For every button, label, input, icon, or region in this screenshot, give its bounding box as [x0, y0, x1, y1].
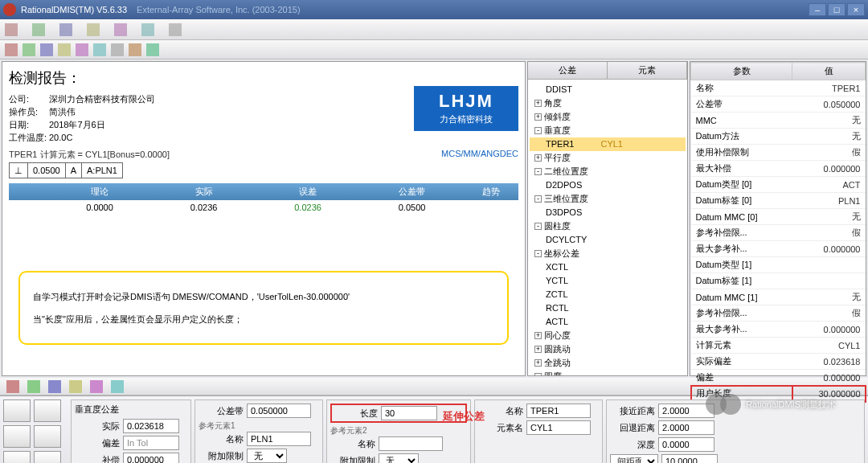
mode-value-input[interactable] [661, 454, 718, 463]
tool-icon[interactable] [111, 43, 124, 56]
comp-input[interactable] [123, 453, 179, 463]
ref1-limit-select[interactable]: 无 [247, 449, 287, 463]
svg-rect-7 [5, 43, 18, 56]
minimize-button[interactable]: – [809, 3, 826, 16]
svg-rect-16 [6, 380, 19, 393]
depth-input[interactable] [658, 437, 714, 452]
svg-rect-1 [32, 23, 45, 36]
svg-rect-10 [58, 43, 71, 56]
menu-icon[interactable] [59, 23, 72, 36]
band-input[interactable] [247, 404, 311, 418]
tool-button[interactable] [34, 399, 61, 422]
tool-button[interactable] [3, 399, 31, 422]
svg-rect-6 [169, 23, 182, 36]
menubar [0, 19, 868, 40]
svg-rect-4 [114, 23, 127, 36]
company-logo: LHJM 力合精密科技 [414, 86, 518, 131]
tolname-input[interactable] [526, 404, 591, 418]
ref1-name-input[interactable] [247, 432, 311, 446]
tol-icon[interactable] [90, 380, 103, 393]
menu-icon[interactable] [5, 23, 18, 36]
tol-icon[interactable] [6, 380, 19, 393]
ref2-limit-select[interactable]: 无 [379, 453, 419, 463]
svg-rect-9 [40, 43, 53, 56]
svg-rect-21 [111, 380, 124, 393]
vendor-text: External-Array Software, Inc. (2003-2015… [137, 5, 301, 14]
tol-icon[interactable] [48, 380, 61, 393]
tree-panel: 公差 元素 DDIST+角度+倾斜度-垂直度TPER1CYL1+平行度-二维位置… [527, 61, 688, 376]
length-input[interactable] [381, 406, 437, 420]
tool-icon[interactable] [58, 43, 71, 56]
svg-rect-3 [87, 23, 100, 36]
approach-input[interactable] [658, 404, 714, 418]
svg-rect-19 [69, 380, 82, 393]
toolbar [0, 40, 868, 59]
element-column: 名称 元素名 [474, 399, 603, 463]
tab-tolerance[interactable]: 公差 [528, 62, 608, 79]
svg-rect-5 [141, 23, 154, 36]
length-column: 长度 延伸公差 参考元素2 名称 附加限制无 定义公差附加限制 [326, 399, 471, 463]
tool-icon[interactable] [23, 43, 35, 56]
close-button[interactable]: × [847, 3, 865, 16]
report-panel: 检测报告： 公司:深圳力合精密科技有限公司 操作员:简洪伟 日期:2018年7月… [2, 61, 526, 376]
tool-icon-column [3, 399, 68, 463]
retract-input[interactable] [658, 420, 714, 435]
property-panel: 参数值 名称TPER1公差带0.050000MMC无Datum方法无使用补偿限制… [690, 61, 866, 376]
menu-icon[interactable] [87, 23, 100, 36]
tper-line: TPER1 计算元素 = CYL1[Bonus=0.0000] MCS/MM/A… [9, 149, 518, 161]
tol-icon[interactable] [69, 380, 82, 393]
menu-icon[interactable] [114, 23, 127, 36]
titlebar: RationalDMIS(TM) V5.6.33 External-Array … [0, 0, 868, 19]
tool-icon[interactable] [93, 43, 106, 56]
result-column: 垂直度公差 实际 偏差 补偿 接受 [71, 399, 191, 463]
property-table: 参数值 名称TPER1公差带0.050000MMC无Datum方法无使用补偿限制… [690, 62, 866, 402]
svg-rect-20 [90, 380, 103, 393]
bottom-panel: 垂直度公差 实际 偏差 补偿 接受 公差带 参考元素1 名称 附加限制无 方法无… [0, 395, 868, 463]
svg-rect-11 [76, 43, 88, 56]
svg-rect-13 [111, 43, 124, 56]
tool-icon[interactable] [146, 43, 159, 56]
menu-icon[interactable] [169, 23, 182, 36]
deviation-input[interactable] [123, 436, 179, 450]
tol-icon[interactable] [111, 380, 124, 393]
tool-button[interactable] [34, 451, 61, 463]
extend-tolerance-label: 延伸公差 [443, 409, 485, 424]
menu-icon[interactable] [141, 23, 154, 36]
tool-icon[interactable] [40, 43, 53, 56]
app-title: RationalDMIS(TM) V5.6.33 [21, 5, 127, 14]
svg-rect-15 [146, 43, 159, 56]
tool-button[interactable] [3, 425, 31, 448]
tool-button[interactable] [3, 451, 31, 463]
tool-icon[interactable] [76, 43, 88, 56]
tolerance-box: ⊥0.0500AA:PLN1 [9, 162, 123, 178]
tolerance-tree[interactable]: DDIST+角度+倾斜度-垂直度TPER1CYL1+平行度-二维位置度D2DPO… [528, 80, 687, 376]
actual-input[interactable] [123, 419, 179, 433]
ref2-name-input[interactable] [379, 436, 443, 451]
perpendicularity-label: 垂直度公差 [75, 404, 187, 416]
svg-rect-17 [27, 380, 40, 393]
svg-rect-0 [5, 23, 18, 36]
app-logo-icon [3, 3, 16, 16]
report-heading: 检测报告： [9, 68, 518, 88]
annotation-callout: 自学习模式打开时会记录DMIS语句 DMESW/COMAND，'UserTolL… [18, 271, 509, 345]
tool-button[interactable] [34, 425, 61, 448]
tab-element[interactable]: 元素 [608, 62, 687, 79]
svg-rect-8 [23, 43, 35, 56]
tool-icon[interactable] [5, 43, 18, 56]
mode-select[interactable]: 间距面 [610, 454, 658, 463]
tol-icon[interactable] [27, 380, 40, 393]
distance-column: 接近距离 回退距离 深度 间距面 搜索距离 [606, 399, 865, 463]
maximize-button[interactable]: □ [828, 3, 845, 16]
svg-rect-14 [129, 43, 141, 56]
svg-rect-2 [59, 23, 72, 36]
tool-icon[interactable] [129, 43, 141, 56]
menu-icon[interactable] [32, 23, 45, 36]
svg-rect-18 [48, 380, 61, 393]
tolerance-column: 公差带 参考元素1 名称 附加限制无 方法无 [194, 399, 323, 463]
svg-rect-12 [93, 43, 106, 56]
result-table: 理论实际误差公差带趋势 0.00000.02360.02360.0500 [9, 183, 518, 215]
elemname-input[interactable] [526, 420, 591, 435]
